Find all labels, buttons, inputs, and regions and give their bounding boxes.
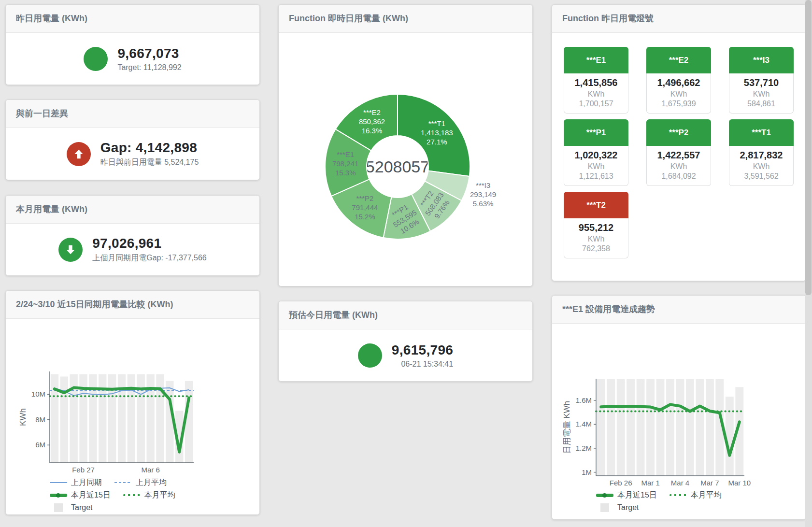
x-tick-label: Mar 7 <box>700 479 719 487</box>
light-tile-body: 1,422,557KWh1,684,092 <box>646 146 711 186</box>
light-tile-T1[interactable]: ***T12,817,832KWh3,591,562 <box>729 119 794 186</box>
y-axis-label: KWh <box>18 408 28 426</box>
x-tick-label: Mar 10 <box>728 479 751 487</box>
card-title-realtime-usage: Function 即時日用電量 (KWh) <box>279 5 532 33</box>
light-tile-unit: KWh <box>649 162 709 171</box>
legend-swatch-green-dotted <box>123 491 141 499</box>
target-bar <box>597 379 605 476</box>
x-tick-label: Mar 4 <box>671 479 689 487</box>
card-title-yesterday-lights: Function 昨日用電燈號 <box>552 5 806 33</box>
card-e1-trend: ***E1 設備用電達成趨勢 1M1.2M1.4M1.6MFeb 26Mar 1… <box>552 295 806 520</box>
light-tile-body: 537,710KWh584,861 <box>729 73 794 114</box>
light-tile-I3[interactable]: ***I3537,710KWh584,861 <box>729 47 794 114</box>
legend-swatch-gray-bar <box>596 503 613 512</box>
legend-swatch-gray-bar <box>50 503 67 512</box>
light-tile-unit: KWh <box>649 90 709 99</box>
vertical-scrollbar-track[interactable] <box>805 0 812 527</box>
light-tile-T2[interactable]: ***T2955,212KWh762,358 <box>564 192 628 258</box>
light-tile-body: 1,496,662KWh1,675,939 <box>646 73 711 114</box>
target-bar <box>185 381 193 463</box>
month-usage-gap: 上個月同期用電Gap: -17,377,566 <box>92 253 207 263</box>
light-tile-target: 1,675,939 <box>649 100 709 108</box>
arrow-up-icon <box>67 142 91 166</box>
card-title-month-usage: 本月用電量 (KWh) <box>6 196 259 224</box>
light-tile-value: 2,817,832 <box>731 150 791 161</box>
target-bar <box>617 379 625 476</box>
line-marker-dot <box>56 493 60 498</box>
legend-item-green-thick[interactable]: 本月近15日 <box>596 489 657 501</box>
donut-slice-label: ***I3293,1495.63% <box>470 181 496 208</box>
light-tile-value: 1,415,856 <box>566 77 626 88</box>
vertical-scrollbar-thumb[interactable] <box>805 0 812 295</box>
card-yesterday-usage: 昨日用電量 (KWh) 9,667,073 Target: 11,128,992 <box>5 4 260 85</box>
light-tile-name: ***T2 <box>564 192 628 218</box>
donut-center-total: 5208057 <box>366 157 429 176</box>
card-month-usage: 本月用電量 (KWh) 97,026,961 上個月同期用電Gap: -17,3… <box>5 195 260 276</box>
legend-label: 本月近15日 <box>617 490 657 500</box>
y-tick-label: 1.6M <box>576 396 592 404</box>
x-tick-label: Mar 1 <box>641 479 659 487</box>
month-usage-value: 97,026,961 <box>92 236 207 251</box>
y-tick-label: 8M <box>35 415 45 424</box>
status-circle-icon <box>358 343 382 368</box>
legend-label: Target <box>617 503 639 512</box>
line-marker-dot <box>602 493 607 498</box>
svg-text:***I3293,1495.63%: ***I3293,1495.63% <box>470 181 496 208</box>
light-tile-value: 955,212 <box>566 222 626 233</box>
card-title-yesterday-usage: 昨日用電量 (KWh) <box>6 5 259 33</box>
energy-dashboard: 昨日用電量 (KWh) 9,667,073 Target: 11,128,992… <box>0 0 812 527</box>
legend-swatch-green-thick <box>596 491 613 499</box>
light-tile-name: ***E1 <box>564 47 628 73</box>
card-prev-day-gap: 與前一日差異 Gap: 4,142,898 昨日與前日用電量 5,524,175 <box>5 100 260 180</box>
light-tile-value: 1,496,662 <box>649 77 709 88</box>
yesterday-usage-target: Target: 11,128,992 <box>117 63 181 72</box>
legend-swatch-blue-line <box>50 478 67 487</box>
legend-item-green-dotted[interactable]: 本月平均 <box>123 489 175 501</box>
legend-swatch-green-dotted <box>670 491 687 499</box>
legend-swatch-blue-dashed <box>114 478 132 487</box>
target-bar <box>108 374 116 463</box>
light-tile-target: 1,684,092 <box>649 172 709 181</box>
target-bar <box>686 379 694 476</box>
legend-item-blue-dashed[interactable]: 上月平均 <box>114 476 167 489</box>
target-bar <box>60 377 68 463</box>
target-bar <box>607 379 615 476</box>
legend-item-blue-line[interactable]: 上月同期 <box>50 476 102 489</box>
legend-label: 本月近15日 <box>71 490 111 500</box>
light-tile-name: ***E2 <box>646 47 711 73</box>
prev-day-gap-subtitle: 昨日與前日用電量 5,524,175 <box>100 157 199 168</box>
legend-label: 上月平均 <box>136 478 167 488</box>
target-bar <box>706 379 714 476</box>
y-tick-label: 1.4M <box>576 420 592 428</box>
legend-item-green-dotted[interactable]: 本月平均 <box>670 489 722 501</box>
light-tile-P2[interactable]: ***P21,422,557KWh1,684,092 <box>646 119 711 186</box>
legend-item-green-thick[interactable]: 本月近15日 <box>50 489 111 501</box>
light-tile-name: ***P2 <box>646 119 711 146</box>
light-tile-E1[interactable]: ***E11,415,856KWh1,700,157 <box>564 47 628 114</box>
light-tile-body: 1,415,856KWh1,700,157 <box>564 73 628 114</box>
legend-label: 本月平均 <box>144 490 175 500</box>
light-tile-value: 537,710 <box>731 77 791 88</box>
legend-item-gray-bar[interactable]: Target <box>50 501 92 514</box>
estimate-today-timestamp: 06-21 15:34:41 <box>392 360 453 369</box>
target-bar <box>666 379 674 476</box>
card-title-estimate-today: 預估今日用電量 (KWh) <box>279 301 532 329</box>
light-tile-unit: KWh <box>731 90 791 99</box>
light-tile-value: 1,020,322 <box>566 150 626 161</box>
target-bar <box>637 379 645 476</box>
card-realtime-usage: Function 即時日用電量 (KWh) 5208057 ***T11,413… <box>278 4 533 286</box>
light-tile-E2[interactable]: ***E21,496,662KWh1,675,939 <box>646 47 711 114</box>
light-tile-P1[interactable]: ***P11,020,322KWh1,121,613 <box>564 119 628 186</box>
status-circle-icon <box>84 47 108 71</box>
target-bar <box>656 379 665 476</box>
compare-chart-legend: 上月同期上月平均本月近15日本月平均Target <box>50 476 195 514</box>
legend-item-gray-bar[interactable]: Target <box>596 501 639 514</box>
light-tile-value: 1,422,557 <box>649 150 709 161</box>
light-tile-target: 1,121,613 <box>566 172 626 181</box>
e1-trend-legend: 本月近15日本月平均Target <box>596 489 741 514</box>
card-title-e1-trend: ***E1 設備用電達成趨勢 <box>552 296 806 324</box>
x-tick-label: Feb 26 <box>610 479 632 487</box>
light-tile-unit: KWh <box>566 162 626 171</box>
light-tile-target: 1,700,157 <box>566 100 626 108</box>
compare-chart-svg: 6M8M10MFeb 27Mar 6KWh <box>6 319 259 475</box>
